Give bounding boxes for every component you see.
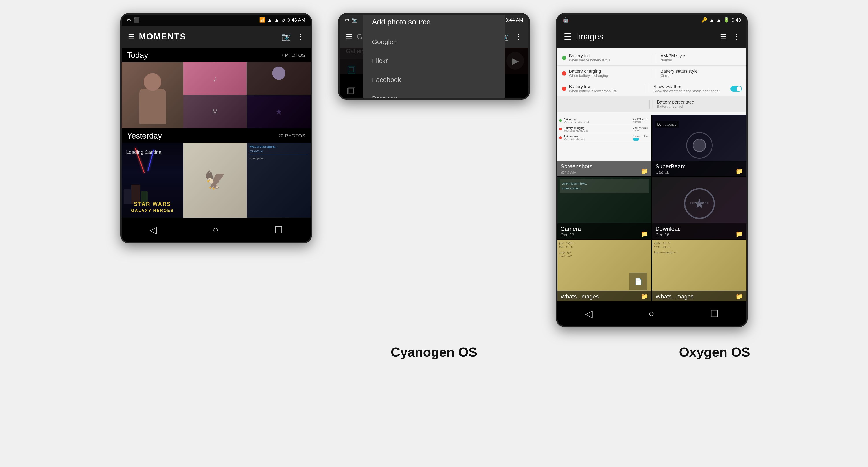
starwars-photo[interactable]: Loading Cantina STAR WARSGALAXY HEROES [122,143,183,217]
thumb-char[interactable]: ★ [247,95,311,128]
thumb-taylor2[interactable]: M [183,95,247,128]
alarm-icon: ⊘ [281,17,285,23]
camera-content: Lorem ipsum text... Notes content... [557,177,651,195]
home-nav-icon[interactable]: ○ [213,224,219,235]
battery-low-sub: When battery is lower than 5% [569,89,643,93]
phone2-status-left: ✉ 📷 [345,17,358,23]
thumb-chat[interactable]: #VaderVsorogers... #GodsChat Lorem ipsum… [247,143,311,217]
notes-handwritten2: dy/dx = 2x + 3 y = x² + 3x + C lim(x→0) … [654,241,745,254]
superbeam-bar-label: B… [657,122,664,126]
whatsapp1-cell[interactable]: ∫ (x² + 2x)dx = x³/3 + x² + C ∑ n(n+1)/2… [557,240,651,301]
ampm-col: AM/PM style Normal [656,53,742,62]
p3-android-icon: 🤖 [563,17,569,23]
screenshots-text-col: Screenshots 9:42 AM [561,163,592,175]
p3-recents-nav-icon[interactable]: ☐ [710,308,719,319]
today-count: 7 PHOTOS [281,52,305,58]
modal-overlay[interactable]: Add photo source Google+ Flickr Facebook… [340,48,528,74]
setting-row-2: Battery charging When battery is chargin… [557,66,746,81]
p2-hamburger-icon[interactable]: ☰ [346,32,352,41]
resistance-emblem: ★ RESISTANCE [684,188,715,219]
ampm-label: AM/PM style [660,53,742,58]
camera-label: Camera Dec 17 📁 [557,223,651,239]
photo-icon: ⬛ [133,17,140,23]
phone3-nav-bar: ◁ ○ ☐ [557,301,746,326]
ss-ampm: AM/PM styleNormal [632,118,650,123]
phone3-appbar-icons: ☰ ⋮ [720,32,740,41]
p3-back-nav-icon[interactable]: ◁ [585,308,593,319]
phone1-status-left: ✉ ⬛ [127,17,140,23]
thumb-taylor1[interactable] [247,62,311,95]
time-display: 9:43 AM [287,17,305,23]
p3-hamburger-icon[interactable]: ☰ [564,31,571,41]
cyanogen-os-label: Cyanogen OS [338,345,530,360]
today-thumbs: Smartfren Buat aksi... ☐ Sele... ☐ Sc...… [183,62,311,128]
camera-cell[interactable]: Lorem ipsum text... Notes content... Cam… [557,177,651,239]
battery-charging-dot [562,71,566,76]
camera-folder-icon: 📁 [641,230,648,237]
settings-panel: Battery full When device battery is full… [557,48,746,115]
p3-time-display: 9:43 [732,17,741,23]
dropbox-option[interactable]: Dropbox [363,89,505,100]
p3-filter-icon[interactable]: ☰ [720,32,726,41]
phone2-frame: ✉ 📷 📶 ▲ ▲ ⊘ 9:44 AM ☰ GALLERY 📷 ⋮ [338,13,530,99]
ss-text-3: Battery low When battery is lower [564,135,630,141]
weather-toggle[interactable] [731,86,742,92]
ss-dot-red2 [559,136,562,139]
yesterday-thumbs: 🦅 #VaderVsorogers... #GodsChat Lorem ips… [183,143,311,217]
notes-content: Lorem ipsum text... Notes content... [560,179,649,193]
battery-full-dot [562,56,566,60]
facebook-option[interactable]: Facebook [363,70,505,89]
p3-more-vert-icon[interactable]: ⋮ [733,32,740,41]
phone3-status-left: 🤖 [563,17,569,23]
p2-more-vert-icon[interactable]: ⋮ [515,32,522,41]
download-text-col: Download Dec 16 [655,226,681,237]
image-grid: Battery full When device battery is full… [557,115,746,301]
download-title: Download [655,226,681,232]
message-icon: ✉ [127,17,131,23]
google-plus-option[interactable]: Google+ [363,32,505,51]
battery-pct-sub: Battery …control [657,105,742,109]
thumb-sketch[interactable]: 🦅 [183,143,247,217]
superbeam-cell[interactable]: B… …control SuperBeam Dec 18 📁 [652,115,746,176]
battery-charging-label: Battery charging [569,69,650,74]
whatsapp2-folder-icon: 📁 [736,293,743,300]
whatsapp2-cell[interactable]: dy/dx = 2x + 3 y = x² + 3x + C lim(x→0) … [652,240,746,301]
today-label: Today [127,51,148,60]
hamburger-icon[interactable]: ☰ [128,32,134,41]
woman-photo[interactable] [122,62,183,128]
ss-dot-green [559,119,562,122]
p2-message-icon: ✉ [345,17,349,23]
whatsapp2-title: Whats...mages [655,293,693,300]
yesterday-label: Yesterday [127,131,162,141]
back-nav-icon[interactable]: ◁ [149,224,157,235]
phone1-nav-bar: ◁ ○ ☐ [122,217,311,242]
thumb-pink1[interactable]: ♪ [183,62,247,95]
flickr-option[interactable]: Flickr [363,51,505,70]
yesterday-section-header: Yesterday 20 PHOTOS [122,128,311,143]
download-cell[interactable]: ★ RESISTANCE Download Dec 16 📁 [652,177,746,239]
battery-pct-col: Battery percentage Battery …control [652,99,742,109]
os-labels-row: Cyanogen OS Oxygen OS [0,336,868,364]
screenshots-subtitle: 9:42 AM [561,170,592,175]
camera-title: Camera [561,226,581,232]
recents-nav-icon[interactable]: ☐ [274,224,283,235]
battery-charging-col: Battery charging When battery is chargin… [569,69,650,78]
show-weather-col: Show weather Show the weather in the sta… [649,84,728,93]
more-vert-icon[interactable]: ⋮ [297,32,304,41]
p3-battery-icon: 🔋 [723,17,730,23]
phone1-appbar: ☰ MOMENTS 📷 ⋮ [122,26,311,48]
yesterday-photo-row: Loading Cantina STAR WARSGALAXY HEROES 🦅… [122,143,311,217]
ss-row-3: Battery low When battery is lower Show w… [559,134,650,142]
whatsapp1-label: Whats...mages 📁 [557,291,651,301]
p3-home-nav-icon[interactable]: ○ [648,308,654,319]
superbeam-title: SuperBeam [655,163,686,170]
superbeam-folder-icon: 📁 [736,168,743,175]
download-folder-icon: 📁 [736,230,743,237]
phone1-status-bar: ✉ ⬛ 📶 ▲ ▲ ⊘ 9:43 AM [122,14,311,26]
whatsapp2-text-col: Whats...mages [655,293,693,300]
screenshots-cell[interactable]: Battery full When device battery is full… [557,115,651,176]
oxygen-os-label: Oxygen OS [619,345,810,360]
superbeam-text-col: SuperBeam Dec 18 [655,163,686,175]
camera-icon[interactable]: 📷 [281,32,291,41]
superbeam-label: SuperBeam Dec 18 📁 [652,161,746,176]
